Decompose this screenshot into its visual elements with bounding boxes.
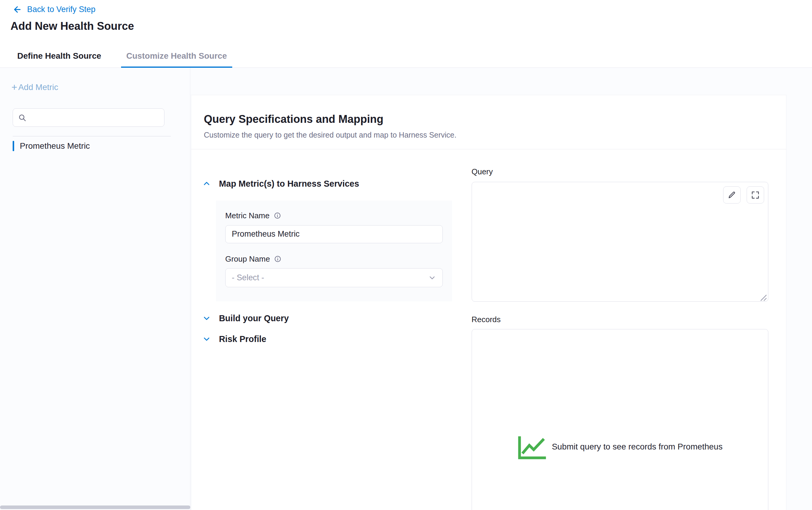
query-actions — [723, 186, 764, 204]
tab-define-health-source[interactable]: Define Health Source — [17, 44, 101, 67]
page-title: Add New Health Source — [10, 20, 134, 32]
section-build-query-label: Build your Query — [219, 313, 289, 323]
records-empty-state: Submit query to see records from Prometh… — [472, 329, 768, 510]
sidebar-item-prometheus-metric[interactable]: Prometheus Metric — [13, 141, 90, 151]
selected-indicator-bar — [13, 141, 14, 151]
back-to-verify-step-link[interactable]: Back to Verify Step — [13, 5, 95, 14]
chevron-down-icon — [203, 314, 210, 322]
info-icon[interactable] — [274, 212, 281, 219]
metric-search-box[interactable] — [13, 109, 165, 127]
add-health-source-page: Back to Verify Step Add New Health Sourc… — [0, 0, 812, 510]
chevron-up-icon — [203, 180, 210, 187]
section-build-query-toggle[interactable]: Build your Query — [203, 313, 289, 323]
page-header: Back to Verify Step Add New Health Sourc… — [0, 0, 812, 68]
panel-title: Query Specifications and Mapping — [204, 113, 383, 125]
records-empty-text: Submit query to see records from Prometh… — [552, 442, 723, 452]
info-icon[interactable] — [274, 255, 281, 263]
line-chart-icon — [517, 434, 547, 459]
section-map-metrics-toggle[interactable]: Map Metric(s) to Harness Services — [203, 179, 359, 189]
plus-icon: + — [11, 83, 17, 92]
add-metric-label: Add Metric — [18, 83, 58, 92]
group-name-label: Group Name — [225, 254, 270, 264]
horizontal-scrollbar-thumb[interactable] — [0, 506, 190, 509]
search-icon — [18, 114, 27, 122]
chevron-down-icon — [428, 274, 436, 282]
section-risk-profile-toggle[interactable]: Risk Profile — [203, 334, 266, 344]
metric-name-field-label: Metric Name — [225, 211, 443, 220]
add-metric-button[interactable]: + Add Metric — [11, 83, 58, 92]
arrow-left-icon — [13, 5, 22, 14]
edit-query-button[interactable] — [723, 186, 740, 204]
metric-item-label: Prometheus Metric — [20, 141, 90, 151]
back-link-label: Back to Verify Step — [27, 5, 95, 14]
metric-search-input[interactable] — [30, 113, 159, 122]
tab-bar: Define Health Source Customize Health So… — [17, 44, 227, 67]
fullscreen-icon — [751, 191, 760, 199]
tab-customize-health-source[interactable]: Customize Health Source — [126, 44, 227, 67]
section-map-metrics-label: Map Metric(s) to Harness Services — [219, 179, 359, 189]
records-label: Records — [472, 315, 501, 324]
metrics-sidebar: + Add Metric Prometheus Metric — [0, 68, 190, 510]
group-name-field-label: Group Name — [225, 254, 443, 264]
query-specifications-panel: Query Specifications and Mapping Customi… — [191, 95, 786, 510]
query-label: Query — [472, 167, 493, 176]
resize-handle-icon[interactable] — [760, 294, 767, 300]
sidebar-divider — [13, 136, 171, 137]
expand-query-button[interactable] — [747, 186, 764, 204]
metric-name-input[interactable] — [225, 225, 443, 244]
query-textarea[interactable] — [472, 182, 768, 302]
chevron-down-icon — [203, 335, 210, 343]
group-name-select-value: - Select - — [232, 273, 264, 282]
section-risk-profile-label: Risk Profile — [219, 334, 266, 344]
pencil-icon — [728, 191, 736, 199]
group-name-select[interactable]: - Select - — [225, 268, 443, 287]
metric-name-label: Metric Name — [225, 211, 269, 220]
content-area: + Add Metric Prometheus Metric Query Spe… — [0, 68, 812, 510]
metric-mapping-card: Metric Name Group Name - Select - — [216, 201, 453, 301]
panel-subtitle: Customize the query to get the desired o… — [204, 131, 457, 140]
panel-divider — [191, 149, 786, 149]
